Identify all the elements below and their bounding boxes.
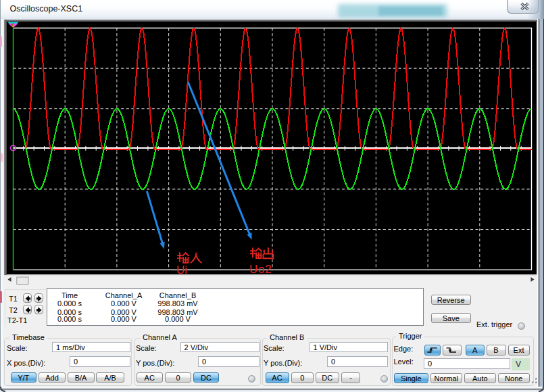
svg-text:Uo2: Uo2 xyxy=(249,262,272,275)
svg-text:Ui: Ui xyxy=(176,264,187,275)
svg-text:1: 1 xyxy=(11,22,14,28)
